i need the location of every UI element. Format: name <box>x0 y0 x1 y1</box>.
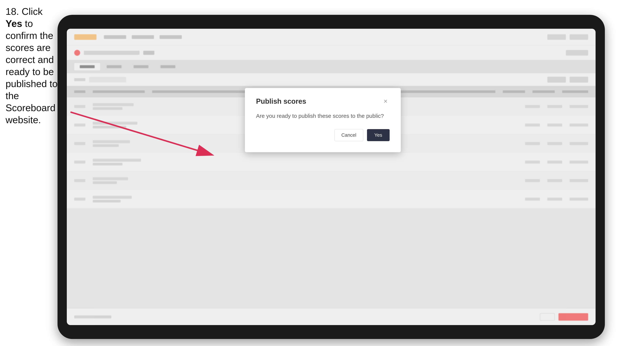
yes-button[interactable]: Yes <box>367 129 390 141</box>
instruction-text: 18. Click Yes to confirm the scores are … <box>6 5 59 126</box>
modal-title: Publish scores <box>256 97 306 105</box>
tablet-device: Publish scores × Are you ready to publis… <box>58 15 605 339</box>
modal-overlay: Publish scores × Are you ready to publis… <box>67 29 596 325</box>
modal-body: Are you ready to publish these scores to… <box>256 112 390 120</box>
modal-footer: Cancel Yes <box>256 129 390 141</box>
tablet-screen: Publish scores × Are you ready to publis… <box>67 29 596 325</box>
modal-header: Publish scores × <box>256 97 390 105</box>
modal-close-button[interactable]: × <box>382 97 390 105</box>
publish-scores-dialog: Publish scores × Are you ready to publis… <box>245 88 401 152</box>
cancel-button[interactable]: Cancel <box>334 129 363 141</box>
